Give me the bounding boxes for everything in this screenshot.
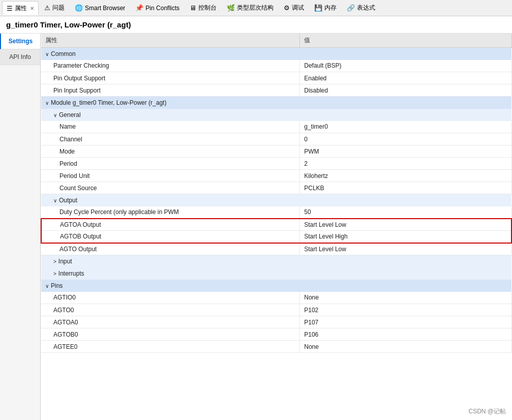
page-title: g_timer0 Timer, Low-Power (r_agt) [0,16,512,34]
property-name: AGTOA Output [41,219,300,231]
table-row[interactable]: ModePWM [41,145,511,158]
content-area: Settings API Info 属性 值 ∨CommonParameter … [0,34,512,420]
table-row[interactable]: Pin Output SupportEnabled [41,72,511,84]
table-row[interactable]: AGTOB0P106 [41,328,511,341]
property-value: Start Level Low [300,219,511,231]
table-row[interactable]: Channel0 [41,133,511,145]
table-row[interactable]: AGTOA0P107 [41,316,511,328]
table-row[interactable]: AGTO OutputStart Level Low [41,243,511,255]
tab-smart-browser[interactable]: 🌐 Smart Browser [70,1,130,15]
smart-browser-icon: 🌐 [75,4,83,12]
table-row[interactable]: Nameg_timer0 [41,121,511,133]
tab-type-hierarchy[interactable]: 🌿 类型层次结构 [222,1,278,15]
pin-conflicts-icon: 📌 [135,4,143,12]
property-name: AGTO0 [41,304,300,316]
table-row[interactable]: AGTOB OutputStart Level High [41,231,511,243]
main-container: g_timer0 Timer, Low-Power (r_agt) Settin… [0,16,512,420]
sidebar-tab-settings[interactable]: Settings [0,34,40,49]
table-row[interactable]: Parameter CheckingDefault (BSP) [41,60,511,72]
sidebar: Settings API Info [0,34,41,420]
col-property-header: 属性 [41,34,300,48]
property-value: Enabled [300,72,511,84]
tab-close-icon[interactable]: ✕ [30,6,34,11]
table-row[interactable]: ∨Output [41,194,511,206]
property-value: PWM [300,145,511,158]
table-row[interactable]: Pin Input SupportDisabled [41,84,511,97]
property-name: AGTOB0 [41,328,300,341]
issues-icon: ⚠ [44,4,50,12]
property-value: P107 [300,316,511,328]
properties-panel: 属性 值 ∨CommonParameter CheckingDefault (B… [41,34,512,420]
tab-bar: ☰ 属性 ✕ ⚠ 问题 🌐 Smart Browser 📌 Pin Confli… [0,0,512,16]
console-icon: 🖥 [190,4,196,12]
property-value: Default (BSP) [300,60,511,72]
property-name: AGTO Output [41,243,300,255]
tab-memory-label: 内存 [324,4,337,12]
table-row[interactable]: ∨General [41,109,511,121]
tab-debug[interactable]: ⚙ 调试 [279,1,309,15]
tab-issues-label: 问题 [52,4,65,12]
property-value: 0 [300,133,511,145]
table-row[interactable]: AGTO0P102 [41,304,511,316]
tab-issues[interactable]: ⚠ 问题 [40,1,69,15]
table-row[interactable]: Duty Cycle Percent (only applicable in P… [41,206,511,219]
property-value: 50 [300,206,511,219]
section-label[interactable]: >Input [41,255,511,267]
tab-properties[interactable]: ☰ 属性 ✕ [2,1,39,15]
sidebar-tab-api-info[interactable]: API Info [0,49,40,65]
properties-icon: ☰ [7,5,13,12]
tab-pin-conflicts-label: Pin Conflicts [145,5,179,12]
property-name: Channel [41,133,300,145]
type-hierarchy-icon: 🌿 [227,4,235,12]
property-value: Start Level High [300,231,511,243]
table-header-row: 属性 值 [41,34,511,48]
property-name: Name [41,121,300,133]
table-row[interactable]: AGTIO0None [41,292,511,304]
table-row[interactable]: Period UnitKilohertz [41,170,511,182]
section-label[interactable]: ∨General [41,109,511,121]
property-name: Parameter Checking [41,60,300,72]
memory-icon: 💾 [314,4,322,12]
table-row[interactable]: AGTOA OutputStart Level Low [41,219,511,231]
property-name: Period Unit [41,170,300,182]
tab-console[interactable]: 🖥 控制台 [185,1,221,15]
table-row[interactable]: ∨Common [41,48,511,60]
property-value: Kilohertz [300,170,511,182]
table-row[interactable]: >Input [41,255,511,267]
watermark: CSDN @记帖 [468,407,506,416]
tab-pin-conflicts[interactable]: 📌 Pin Conflicts [131,1,184,15]
section-label[interactable]: ∨Common [41,48,511,60]
property-value: P106 [300,328,511,341]
tab-smart-browser-label: Smart Browser [85,5,125,12]
property-name: Count Source [41,182,300,194]
property-name: AGTEE0 [41,341,300,353]
section-label[interactable]: ∨Module g_timer0 Timer, Low-Power (r_agt… [41,97,511,109]
property-value: Disabled [300,84,511,97]
property-value: g_timer0 [300,121,511,133]
property-value: None [300,341,511,353]
section-label[interactable]: ∨Output [41,194,511,206]
debug-icon: ⚙ [284,4,290,12]
tab-memory[interactable]: 💾 内存 [310,1,341,15]
table-row[interactable]: >Interrupts [41,267,511,280]
table-row[interactable]: AGTEE0None [41,341,511,353]
tab-expressions[interactable]: 🔗 表达式 [342,1,380,15]
property-value: Start Level Low [300,243,511,255]
section-label[interactable]: >Interrupts [41,267,511,280]
expressions-icon: 🔗 [347,4,355,12]
table-row[interactable]: Count SourcePCLKB [41,182,511,194]
property-name: Mode [41,145,300,158]
tab-console-label: 控制台 [198,4,217,12]
col-value-header: 值 [300,34,511,48]
table-row[interactable]: Period2 [41,158,511,170]
tab-type-hierarchy-label: 类型层次结构 [237,4,274,12]
property-name: AGTIO0 [41,292,300,304]
table-row[interactable]: ∨Module g_timer0 Timer, Low-Power (r_agt… [41,97,511,109]
property-name: AGTOB Output [41,231,300,243]
property-value: PCLKB [300,182,511,194]
tab-properties-label: 属性 [15,4,27,13]
property-name: Pin Input Support [41,84,300,97]
property-value: P102 [300,304,511,316]
section-label[interactable]: ∨Pins [41,280,511,292]
table-row[interactable]: ∨Pins [41,280,511,292]
